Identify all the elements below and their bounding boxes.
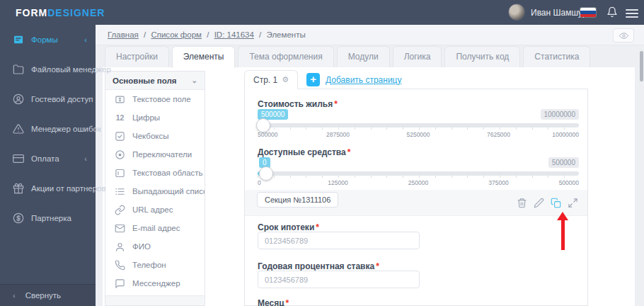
palette-item-radios[interactable]: Переключатели bbox=[105, 145, 205, 164]
field-label-home-price: Стоимость жилья* bbox=[258, 99, 338, 109]
palette-item-label: URL адрес bbox=[132, 205, 173, 214]
field-label-available-funds: Доступные средства* bbox=[258, 147, 350, 157]
message-bubble-icon bbox=[115, 278, 125, 289]
logo-text-designer: DESIGNER bbox=[47, 7, 105, 18]
link-icon bbox=[115, 205, 125, 215]
duplicate-icon[interactable] bbox=[551, 198, 561, 208]
sidebar-item-label: Оплата bbox=[31, 154, 59, 163]
palette-item-textarea[interactable]: Текстовая область bbox=[105, 164, 205, 182]
main-sidebar: Формы ‹ Файловый менеджер Гостевой досту… bbox=[0, 25, 96, 306]
slider-track-available-funds[interactable] bbox=[258, 171, 579, 176]
payment-icon bbox=[13, 153, 24, 164]
menu-icon[interactable] bbox=[626, 7, 638, 20]
russia-flag-icon[interactable] bbox=[580, 8, 596, 17]
sidebar-item-payment[interactable]: Оплата ‹ bbox=[0, 144, 96, 174]
page-tab-1[interactable]: Стр. 1 ⚙ bbox=[244, 70, 298, 89]
required-asterisk: * bbox=[347, 147, 351, 157]
tab-logic[interactable]: Логика bbox=[393, 46, 442, 67]
tab-statistics[interactable]: Статистика bbox=[523, 46, 590, 67]
forms-icon bbox=[13, 34, 24, 45]
collapse-label: Свернуть bbox=[25, 291, 61, 300]
slider-scale-home-price: 500000 2875000 5250000 7625000 10000000 bbox=[258, 131, 579, 138]
mortgage-term-input[interactable] bbox=[258, 232, 420, 249]
slider-scale-available-funds: 0 125000 250000 375000 500000 bbox=[258, 179, 579, 186]
pencil-icon[interactable] bbox=[534, 198, 544, 208]
palette-item-label: Переключатели bbox=[132, 150, 192, 159]
tab-modules[interactable]: Модули bbox=[337, 46, 390, 67]
sidebar-item-label: Менеджер ошибок bbox=[31, 125, 101, 133]
add-page-button[interactable]: + bbox=[306, 73, 320, 86]
section-header: Секция №1311106 bbox=[245, 190, 587, 216]
palette-item-email[interactable]: E-mail адрес bbox=[105, 219, 205, 237]
eye-icon bbox=[619, 31, 628, 40]
breadcrumb-link-form-id[interactable]: ID: 141634 bbox=[214, 30, 254, 39]
checkbox-icon bbox=[115, 131, 125, 142]
palette-item-label: ФИО bbox=[132, 242, 151, 251]
tick-label: 0 bbox=[258, 179, 261, 186]
tick-label: 5250000 bbox=[406, 131, 430, 138]
palette-item-checkboxes[interactable]: Чекбоксы bbox=[105, 127, 205, 145]
chevron-left-icon: ‹ bbox=[84, 154, 87, 163]
page-tab-label: Стр. 1 bbox=[253, 75, 277, 85]
tab-get-code[interactable]: Получить код bbox=[444, 46, 520, 67]
palette-item-label: Текстовая область bbox=[132, 169, 203, 177]
trash-icon[interactable] bbox=[517, 198, 527, 208]
sidebar-item-partner-promos[interactable]: Акции от партнеров bbox=[0, 174, 96, 203]
bell-icon[interactable] bbox=[606, 6, 618, 21]
palette-group-basic-fields[interactable]: Основные поля ⌄ bbox=[105, 72, 205, 90]
phone-icon bbox=[115, 260, 125, 271]
tick-label: 500000 bbox=[258, 131, 277, 138]
palette-item-label: Выпадающий список bbox=[132, 187, 205, 196]
field-label-annual-rate: Годовая процентная ставка* bbox=[258, 261, 379, 271]
gear-icon[interactable]: ⚙ bbox=[282, 75, 289, 84]
section-title[interactable]: Секция №1311106 bbox=[257, 192, 338, 208]
numbers-icon: 12 bbox=[115, 113, 125, 123]
tick-label: 500000 bbox=[559, 179, 579, 186]
add-page-link[interactable]: Добавить страницу bbox=[326, 75, 401, 85]
breadcrumb: Главная / Список форм / ID: 141634 / Эле… bbox=[108, 30, 306, 39]
breadcrumb-link-forms-list[interactable]: Список форм bbox=[151, 30, 202, 39]
sidebar-item-label: Партнерка bbox=[31, 214, 71, 222]
chevron-left-icon: ‹ bbox=[13, 291, 16, 300]
palette-item-phone[interactable]: Телефон bbox=[105, 256, 205, 274]
sidebar-item-label: Файловый менеджер bbox=[31, 65, 111, 74]
breadcrumb-link-home[interactable]: Главная bbox=[108, 30, 139, 39]
palette-item-url[interactable]: URL адрес bbox=[105, 200, 205, 219]
palette-item-full-name[interactable]: ФИО bbox=[105, 237, 205, 256]
text-field-icon bbox=[115, 94, 125, 105]
required-asterisk: * bbox=[334, 99, 338, 109]
palette-item-text-field[interactable]: Текстовое поле bbox=[105, 90, 205, 108]
palette-next-group-strip bbox=[105, 295, 205, 305]
sidebar-item-forms[interactable]: Формы ‹ bbox=[0, 25, 96, 55]
user-avatar[interactable] bbox=[508, 4, 525, 21]
sidebar-item-error-manager[interactable]: Менеджер ошибок bbox=[0, 114, 96, 144]
preview-button[interactable] bbox=[613, 28, 634, 42]
tab-elements[interactable]: Элементы bbox=[172, 46, 236, 68]
annotation-red-arrow-up bbox=[557, 212, 568, 250]
annual-rate-input[interactable] bbox=[258, 271, 420, 288]
palette-item-numbers[interactable]: 12 Цифры bbox=[105, 108, 205, 127]
sidebar-item-affiliate[interactable]: Партнерка bbox=[0, 203, 96, 233]
expand-icon[interactable] bbox=[568, 198, 578, 208]
slider-handle[interactable] bbox=[256, 118, 270, 132]
slider-track-home-price[interactable] bbox=[258, 123, 579, 128]
breadcrumb-separator: / bbox=[259, 30, 261, 39]
error-manager-icon bbox=[13, 123, 24, 135]
tab-theme[interactable]: Тема оформления bbox=[238, 46, 333, 67]
app-logo[interactable]: FORMDESIGNER bbox=[16, 7, 105, 18]
tab-settings[interactable]: Настройки bbox=[105, 46, 169, 67]
sidebar-item-label: Акции от партнеров bbox=[31, 184, 106, 193]
palette-item-messenger[interactable]: Мессенджер bbox=[105, 274, 205, 293]
required-asterisk: * bbox=[316, 222, 319, 232]
sidebar-collapse-button[interactable]: ‹ Свернуть bbox=[0, 285, 96, 306]
tick-label: 125000 bbox=[328, 179, 347, 186]
sidebar-item-file-manager[interactable]: Файловый менеджер bbox=[0, 55, 96, 84]
vertical-scrollbar[interactable] bbox=[640, 51, 643, 81]
palette-item-label: Цифры bbox=[132, 113, 160, 122]
palette-item-dropdown[interactable]: Выпадающий список bbox=[105, 182, 205, 200]
tick-label: 2875000 bbox=[326, 131, 350, 138]
breadcrumb-current: Элементы bbox=[267, 30, 306, 39]
sidebar-item-guest-access[interactable]: Гостевой доступ bbox=[0, 84, 96, 114]
logo-text-form: FORM bbox=[16, 7, 47, 18]
slider-handle[interactable] bbox=[259, 166, 273, 181]
